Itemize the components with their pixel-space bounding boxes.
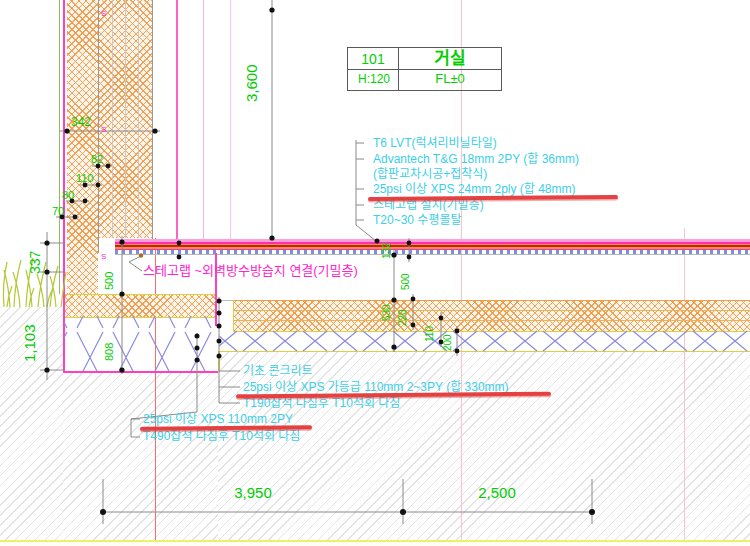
dim-slab: 500 — [400, 263, 412, 290]
dim-excavation: 1,103 — [21, 300, 38, 362]
room-box-row-divider — [348, 69, 501, 70]
wall-stud-line-3 — [138, 0, 139, 238]
floor-red-line — [115, 245, 750, 247]
wall-stud-line-2 — [125, 0, 126, 238]
floor-note-stego: 스테고랩 설치(기밀층) — [373, 199, 484, 213]
wall-finish-line-2 — [230, 0, 231, 240]
room-ceiling-height: H:120 — [349, 73, 399, 87]
grid-line-right — [684, 228, 685, 546]
dim-span-right: 2,500 — [457, 484, 537, 501]
fastener-mark-1: S — [101, 9, 106, 18]
dim-gravel: 200 — [442, 329, 454, 351]
gravel-layer-deep — [64, 316, 218, 371]
sheet-bottom-strip — [0, 542, 750, 546]
dim-wall-layer2: 110 — [76, 172, 94, 185]
fastener-mark-2: S — [101, 125, 106, 134]
gravel-step-riser — [218, 352, 220, 371]
foundation-note-concrete: 기초 콘크리트 — [243, 365, 313, 379]
dim-floor-finish: 132 — [381, 238, 393, 259]
slab-top-line — [115, 254, 750, 255]
floor-note-plywood: (합판교차시공+접착식) — [373, 168, 487, 182]
grid-line-wall — [155, 238, 156, 546]
room-label-box: 101 거실 H:120 FL±0 — [347, 47, 502, 91]
floor-note-lvt: T6 LVT(럭셔리비닐타일) — [373, 137, 497, 151]
dim-wall-layer3: 80 — [62, 189, 74, 202]
dim-wall-total: 342 — [71, 116, 91, 130]
dim-wall-layer1: 82 — [91, 153, 103, 166]
dim-xps-one: 110 — [424, 311, 436, 342]
excavation-side-line — [63, 294, 65, 372]
room-number: 101 — [348, 51, 398, 67]
dim-ceiling-height: 3,600 — [243, 44, 260, 102]
footing-xps-band — [63, 294, 215, 318]
floor-note-advantech: Advantech T&G 18mm 2PY (합 36mm) — [373, 153, 579, 167]
wall-exterior-insulation — [67, 0, 98, 294]
wall-green-line — [59, 0, 60, 294]
wall-stud-line-1 — [112, 0, 113, 238]
fastener-mark-3: S — [101, 252, 106, 261]
room-floor-level: FL±0 — [399, 72, 501, 87]
dim-subbase: 530 — [381, 287, 393, 321]
dim-span-left: 3,950 — [213, 484, 293, 501]
slab-bottom-line — [215, 300, 233, 301]
excavation-bottom-line — [63, 371, 218, 373]
foundation-note-gravel: T190잡석 다짐후 T10석회 다짐 — [243, 397, 400, 411]
airtight-note: 스테고랩 ~외벽방수방습지 연결(기밀층) — [143, 264, 358, 279]
underslab-xps-line-2 — [233, 320, 750, 321]
gravel-layer-shallow — [219, 330, 750, 352]
wall-vapour-line — [176, 0, 178, 240]
room-name: 거실 — [399, 49, 501, 69]
wall-finish-line-1 — [203, 0, 204, 240]
dim-wall-layer4: 70 — [52, 205, 64, 218]
highlight-underline-floor-xps — [368, 195, 618, 201]
dim-xps-two: 220 — [397, 297, 409, 326]
cad-sheet: S S S 101 거실 H:120 FL±0 3,600 337 1,103 … — [0, 0, 750, 546]
underslab-xps-line-1 — [233, 310, 750, 311]
underslab-xps-band — [233, 300, 750, 332]
wall-exterior-membrane — [63, 0, 65, 294]
dim-stem-wall: 500 — [103, 262, 116, 290]
soil-hatch-under-footing — [63, 372, 218, 546]
dim-footing-depth: 808 — [103, 323, 116, 361]
floor-note-mortar: T20~30 수평몰탈 — [373, 214, 462, 228]
dim-grade-offset: 337 — [27, 240, 43, 274]
gravel-bottom-line — [218, 351, 750, 352]
wall-sheathing-line-inner — [152, 0, 153, 253]
footing-note-gravel: T490잡석 다짐후 T10석회 다짐 — [143, 430, 300, 444]
